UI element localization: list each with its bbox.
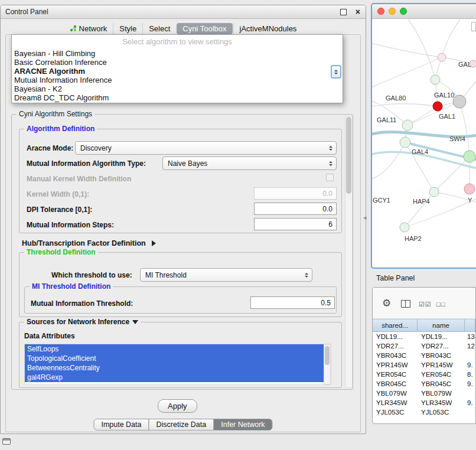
network-node[interactable] xyxy=(464,184,475,194)
column-header-cut[interactable] xyxy=(465,319,475,332)
aracne-mode-combo[interactable]: Discovery xyxy=(75,141,337,155)
table-body: YDL19...YDL19...13 YDR27...YDR27...12 YB… xyxy=(373,332,475,423)
popup-item-bayesian-k2[interactable]: Bayesian - K2 xyxy=(12,84,343,93)
table-header-row: shared... name xyxy=(373,319,475,332)
sources-title-label: Sources for Network Inference xyxy=(27,318,129,326)
tab-select-label: Select xyxy=(149,24,170,33)
float-window-icon[interactable] xyxy=(340,9,347,15)
data-attributes-label: Data Attributes xyxy=(24,332,75,340)
attributes-scrollbar-thumb[interactable] xyxy=(325,346,330,365)
list-item[interactable]: BetweennessCentrality xyxy=(25,363,324,373)
network-node[interactable] xyxy=(464,151,475,162)
tab-cyni-toolbox[interactable]: Cyni Toolbox xyxy=(177,23,232,34)
kernel-width-label: Kernel Width (0,1): xyxy=(27,190,89,198)
mi-threshold-group: MI Threshold Definition Mutual Informati… xyxy=(24,286,337,314)
table-row[interactable]: YER054CYER054C8. xyxy=(373,370,475,379)
collapse-down-icon[interactable] xyxy=(132,320,138,324)
mi-threshold-field[interactable]: 0.5 xyxy=(250,296,335,309)
node-label: Y xyxy=(468,197,472,204)
tab-jactivemnodules[interactable]: jActiveMNodules xyxy=(233,23,303,34)
hub-definition-section[interactable]: Hub/Transcription Factor Definition xyxy=(22,237,156,248)
settings-scrollbar-track[interactable] xyxy=(345,116,353,388)
control-panel-titlebar[interactable]: Control Panel × xyxy=(1,5,366,19)
network-node[interactable] xyxy=(402,120,413,131)
control-panel-title: Control Panel xyxy=(5,8,48,16)
network-canvas[interactable]: GAL GAL80 GAL10 GAL11 GAL1 SWI4 GAL4 GCY… xyxy=(372,18,476,269)
mi-steps-field[interactable]: 6 xyxy=(254,218,337,230)
cell: 13 xyxy=(465,333,475,340)
network-node[interactable] xyxy=(400,137,410,148)
data-attributes-list[interactable]: SelfLoops TopologicalCoefficient Between… xyxy=(24,344,331,385)
network-node[interactable] xyxy=(453,95,466,108)
network-scrollbar-thumb[interactable] xyxy=(471,22,476,31)
cell: YBL079W xyxy=(373,390,418,397)
tab-network[interactable]: Network xyxy=(64,23,113,34)
table-row[interactable]: YLR345WYLR345W9. xyxy=(373,398,475,407)
columns-icon[interactable] xyxy=(401,300,410,308)
list-item[interactable]: TopologicalCoefficient xyxy=(25,354,324,363)
algorithm-definition-group: Algorithm Definition Aracne Mode: Discov… xyxy=(19,129,342,233)
clear-checkboxes-icon[interactable]: □□ xyxy=(436,301,445,308)
table-row[interactable]: YPR145WYPR145W9. xyxy=(373,360,475,370)
table-row[interactable]: YBL079WYBL079W xyxy=(373,389,475,398)
popup-item-bayesian-hill-climbing[interactable]: Bayesian - Hill Climbing xyxy=(12,49,343,58)
splitter-collapse-icon[interactable]: ◂ xyxy=(363,214,367,221)
column-header-name[interactable]: name xyxy=(418,319,465,332)
apply-button[interactable]: Apply xyxy=(158,399,197,413)
tab-select[interactable]: Select xyxy=(142,23,176,34)
network-edge xyxy=(442,18,461,57)
collapsed-window-icon[interactable] xyxy=(2,438,11,445)
settings-scrollbar-thumb[interactable] xyxy=(346,117,351,194)
gear-icon[interactable]: ⚙ xyxy=(382,298,391,308)
expand-right-icon[interactable] xyxy=(152,240,156,246)
tab-infer-network[interactable]: Infer Network xyxy=(213,419,272,431)
which-threshold-combo[interactable]: MI Threshold xyxy=(140,268,312,282)
popup-item-aracne[interactable]: ARACNE Algorithm xyxy=(12,67,343,76)
tab-impute-data[interactable]: Impute Data xyxy=(93,419,149,431)
network-node[interactable] xyxy=(400,223,409,232)
cell: YBR043C xyxy=(373,352,418,359)
traffic-light-minimize-button[interactable] xyxy=(389,8,396,15)
node-label: GAL1 xyxy=(439,113,455,120)
table-row[interactable]: YDR27...YDR27...12 xyxy=(373,341,475,351)
table-row[interactable]: YDL19...YDL19...13 xyxy=(373,332,475,341)
popup-item-dream8[interactable]: Dream8 DC_TDC Algorithm xyxy=(12,93,343,102)
attributes-scrollbar-track[interactable] xyxy=(324,344,331,384)
mi-type-value: Naive Bayes xyxy=(168,159,207,168)
traffic-light-close-button[interactable] xyxy=(377,8,384,15)
network-edge xyxy=(459,102,470,156)
sources-title[interactable]: Sources for Network Inference xyxy=(24,318,141,326)
cell: YBR045C xyxy=(373,380,418,387)
popup-item-basic-correlation[interactable]: Basic Correlation Inference xyxy=(12,58,343,67)
list-item[interactable]: gal4RGexp xyxy=(25,373,324,382)
dpi-tolerance-field[interactable]: 0.0 xyxy=(254,203,337,215)
cell: YDL19... xyxy=(418,333,465,340)
dpi-tolerance-label: DPI Tolerance [0,1]: xyxy=(27,206,92,214)
algorithm-combobox-arrow[interactable] xyxy=(331,65,341,79)
table-row[interactable]: YJL053CYJL053C xyxy=(373,407,475,417)
list-item[interactable]: SelfLoops xyxy=(25,344,324,354)
node-label: GAL xyxy=(458,61,471,68)
popup-item-mutual-information[interactable]: Mutual Information Inference xyxy=(12,76,343,84)
node-label: GAL10 xyxy=(434,92,454,99)
select-all-checkboxes-icon[interactable]: ☑☑ xyxy=(419,301,432,308)
combo-arrows-icon xyxy=(305,273,308,278)
node-label: GCY1 xyxy=(373,197,390,204)
table-row[interactable]: YBR045CYBR045C9. xyxy=(373,379,475,389)
tab-style[interactable]: Style xyxy=(113,23,142,34)
control-panel-tab-bar: Network Style Select Cyni Toolbox jActiv… xyxy=(1,22,366,35)
algorithm-dropdown-popup: Select algorithm to view settings Bayesi… xyxy=(11,34,343,103)
cell: YDL19... xyxy=(373,333,418,340)
network-node[interactable] xyxy=(429,187,439,197)
network-node[interactable] xyxy=(431,75,440,84)
network-node-selected-red[interactable] xyxy=(433,102,442,111)
traffic-light-zoom-button[interactable] xyxy=(400,8,407,15)
close-icon[interactable]: × xyxy=(356,6,360,17)
network-window-titlebar[interactable] xyxy=(372,4,476,19)
sources-group: Sources for Network Inference Data Attri… xyxy=(19,322,342,388)
mi-type-combo[interactable]: Naive Bayes xyxy=(162,156,337,170)
tab-discretize-data[interactable]: Discretize Data xyxy=(149,419,214,431)
column-header-shared-name[interactable]: shared... xyxy=(373,319,418,332)
network-node[interactable] xyxy=(438,53,446,61)
table-row[interactable]: YBR043CYBR043C xyxy=(373,351,475,360)
